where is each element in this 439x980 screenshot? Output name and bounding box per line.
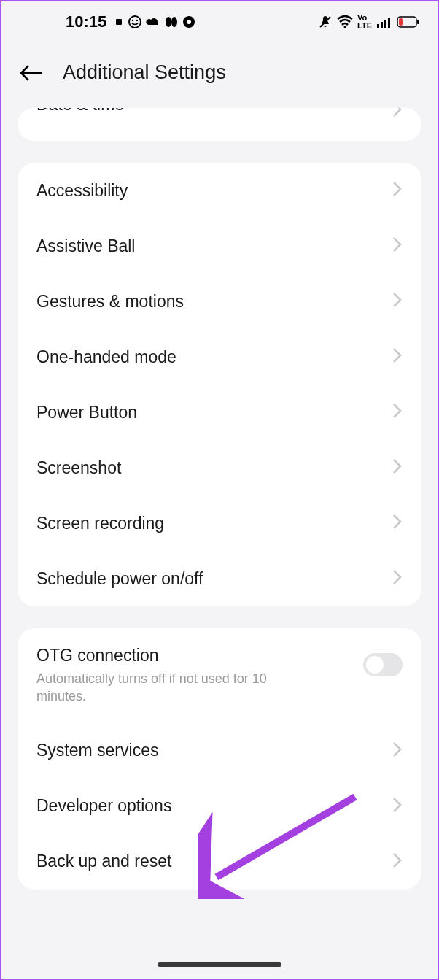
svg-rect-10 <box>377 24 379 28</box>
wifi-icon <box>337 15 353 28</box>
settings-row-date-time[interactable]: Date & time <box>18 108 421 141</box>
settings-row-assistive-ball[interactable]: Assistive Ball <box>18 218 421 274</box>
status-time: 10:15 <box>66 12 106 31</box>
settings-row-gestures[interactable]: Gestures & motions <box>18 274 421 329</box>
svg-point-2 <box>132 19 133 20</box>
settings-row-one-handed[interactable]: One-handed mode <box>18 329 421 385</box>
settings-row-power-button[interactable]: Power Button <box>18 385 421 440</box>
row-label: System services <box>36 741 158 760</box>
chevron-right-icon <box>392 236 403 255</box>
card-accessibility-group: Accessibility Assistive Ball Gestures & … <box>18 163 421 606</box>
chevron-right-icon <box>392 797 403 816</box>
settings-row-developer-options[interactable]: Developer options <box>18 779 421 834</box>
row-label: Date & time <box>36 108 124 115</box>
status-right-icons: VoLTE <box>318 14 420 30</box>
svg-point-5 <box>171 17 177 27</box>
svg-point-7 <box>187 20 191 24</box>
row-label: Screen recording <box>36 514 164 533</box>
row-label: Power Button <box>36 403 137 423</box>
chevron-right-icon <box>392 181 403 200</box>
signal-icon <box>376 15 392 28</box>
svg-point-1 <box>129 16 141 28</box>
svg-rect-12 <box>384 20 386 28</box>
svg-point-4 <box>166 17 171 27</box>
face-icon <box>128 15 141 28</box>
svg-point-3 <box>136 19 138 20</box>
volte-icon: VoLTE <box>357 14 372 30</box>
svg-rect-15 <box>417 20 419 24</box>
settings-row-otg[interactable]: OTG connection Automatically turns off i… <box>18 628 421 723</box>
battery-icon <box>397 16 420 28</box>
svg-rect-16 <box>399 18 403 26</box>
battery-dot-icon <box>114 17 124 27</box>
chevron-right-icon <box>392 347 403 366</box>
row-label: Back up and reset <box>36 852 171 871</box>
row-label: Screenshot <box>36 458 121 478</box>
row-label: OTG connection <box>36 646 314 665</box>
pill-icon <box>165 16 178 28</box>
arrow-left-icon <box>19 63 44 82</box>
otg-toggle[interactable] <box>363 653 403 676</box>
svg-rect-13 <box>388 18 390 28</box>
page-title: Additional Settings <box>63 61 226 84</box>
chevron-right-icon <box>392 292 403 311</box>
card-system-group: OTG connection Automatically turns off i… <box>18 628 421 890</box>
chevron-right-icon <box>392 514 403 533</box>
settings-row-screenshot[interactable]: Screenshot <box>18 440 421 495</box>
svg-point-9 <box>344 26 346 28</box>
settings-row-accessibility[interactable]: Accessibility <box>18 163 421 218</box>
chevron-right-icon <box>392 852 403 871</box>
mute-icon <box>318 15 333 29</box>
row-label: Assistive Ball <box>36 236 135 256</box>
settings-row-schedule-power[interactable]: Schedule power on/off <box>18 551 421 606</box>
home-indicator[interactable] <box>158 962 281 967</box>
chevron-right-icon <box>392 458 403 477</box>
row-label: Developer options <box>36 796 171 816</box>
svg-rect-0 <box>116 19 122 25</box>
app-header: Additional Settings <box>1 42 438 104</box>
chevron-right-icon <box>392 108 403 120</box>
row-label: One-handed mode <box>36 347 176 367</box>
chevron-right-icon <box>392 403 403 422</box>
back-button[interactable] <box>16 58 47 88</box>
settings-row-back-up-and-reset[interactable]: Back up and reset <box>18 834 421 890</box>
row-label: Accessibility <box>36 181 128 201</box>
settings-row-system-services[interactable]: System services <box>18 723 421 779</box>
card-partial: Date & time <box>18 108 421 141</box>
chevron-right-icon <box>392 569 403 588</box>
chevron-right-icon <box>392 741 403 760</box>
settings-row-screen-recording[interactable]: Screen recording <box>18 495 421 551</box>
svg-rect-11 <box>381 22 383 28</box>
row-subtitle: Automatically turns off if not used for … <box>36 670 314 706</box>
status-bar: 10:15 VoLTE <box>1 1 438 42</box>
row-label: Schedule power on/off <box>36 569 203 589</box>
cloud-icon <box>146 17 160 27</box>
status-left-icons <box>114 15 195 28</box>
row-label: Gestures & motions <box>36 292 184 312</box>
circle-icon <box>182 15 195 28</box>
